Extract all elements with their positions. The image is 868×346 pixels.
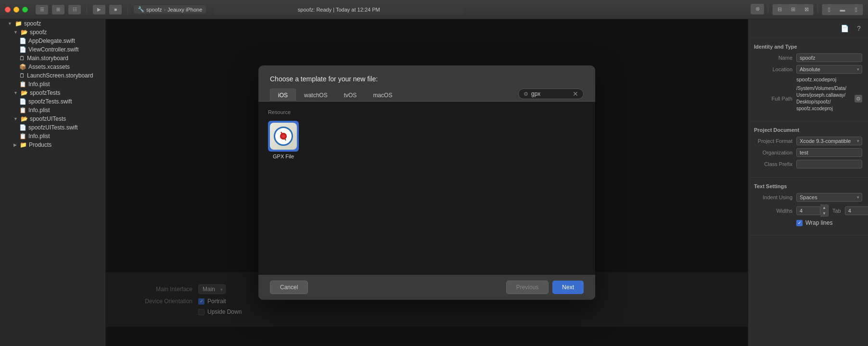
- class-prefix-label: Class Prefix: [754, 161, 792, 167]
- indent-width-input[interactable]: [845, 206, 868, 215]
- stop-btn[interactable]: ■: [109, 5, 122, 14]
- titlebar: ☰ ⊞ ☷ ▶ ■ 🔧 spoofz › Jeauxy iPhone spoof…: [0, 0, 868, 19]
- modal-footer: Cancel Previous Next: [258, 275, 595, 300]
- breakpoint-btn[interactable]: ⊗: [751, 4, 764, 14]
- sidebar-item-tests-info-plist[interactable]: 📋 Info.plist: [0, 106, 105, 115]
- identity-type-title: Identity and Type: [754, 44, 862, 50]
- tab-tvos[interactable]: tvOS: [336, 89, 365, 102]
- sidebar-item-info-plist[interactable]: 📋 Info.plist: [0, 80, 105, 89]
- fullpath-value: /System/Volumes/Data/ Users/joseph.calla…: [796, 85, 851, 112]
- close-button[interactable]: [5, 7, 11, 13]
- version-editor-btn[interactable]: ⊠: [800, 4, 813, 15]
- tab-watchos[interactable]: watchOS: [296, 89, 336, 102]
- swift-file-icon: 📄: [19, 98, 26, 105]
- location-select[interactable]: Absolute: [796, 65, 862, 74]
- cancel-button[interactable]: Cancel: [270, 281, 308, 294]
- folder-icon: 📂: [21, 115, 28, 122]
- sidebar-item-spoofz-root[interactable]: ▼ 📁 spoofz: [0, 19, 105, 28]
- bottom-panel-btn[interactable]: ▬: [836, 4, 849, 15]
- sidebar-item-appdelegate[interactable]: 📄 AppDelegate.swift: [0, 37, 105, 45]
- organization-input[interactable]: [796, 148, 862, 157]
- name-input[interactable]: [796, 53, 862, 62]
- sidebar-item-spoofztests-swift[interactable]: 📄 spoofzTests.swift: [0, 97, 105, 106]
- breadcrumb[interactable]: 🔧 spoofz › Jeauxy iPhone: [134, 5, 206, 13]
- main-layout: ▼ 📁 spoofz ▼ 📂 spoofz 📄 AppDelegate.swif…: [0, 19, 868, 346]
- sidebar-item-launchscreen[interactable]: 🗒 LaunchScreen.storyboard: [0, 71, 105, 80]
- sidebar-item-spoofzuitests-swift[interactable]: 📄 spoofzUITests.swift: [0, 123, 105, 132]
- plist-icon: 📋: [19, 107, 26, 114]
- class-prefix-input[interactable]: [796, 160, 862, 168]
- minimize-button[interactable]: [13, 7, 19, 13]
- folder-arrow-icon: ▼: [13, 116, 18, 121]
- class-prefix-row: Class Prefix: [754, 160, 862, 168]
- breadcrumb-project: spoofz: [146, 7, 162, 13]
- sidebar-item-spoofzuitests[interactable]: ▼ 📂 spoofzUITests: [0, 115, 105, 123]
- sidebar-item-products[interactable]: ▶ 📁 Products: [0, 141, 105, 149]
- previous-button[interactable]: Previous: [506, 281, 549, 294]
- tab-macos[interactable]: macOS: [365, 89, 400, 102]
- modal-header: Choose a template for your new file:: [258, 65, 595, 89]
- sidebar-item-uitests-info-plist[interactable]: 📋 Info.plist: [0, 132, 105, 141]
- help-icon[interactable]: ?: [854, 23, 864, 34]
- breadcrumb-device: Jeauxy iPhone: [167, 7, 202, 13]
- indent-select[interactable]: Spaces: [796, 193, 862, 202]
- sidebar-item-viewcontroller[interactable]: 📄 ViewController.swift: [0, 45, 105, 54]
- folder-icon: 📂: [21, 29, 28, 36]
- fullpath-row: Full Path /System/Volumes/Data/ Users/jo…: [754, 85, 862, 112]
- panel-group: ▯ ▬ ▯: [822, 4, 863, 15]
- tab-width-stepper[interactable]: ▲ ▼: [820, 205, 829, 217]
- search-clear-icon[interactable]: ✕: [573, 90, 578, 97]
- tab-width-up[interactable]: ▲: [820, 205, 828, 211]
- hierarchy-btn[interactable]: ⊞: [52, 5, 64, 14]
- sidebar-label: Info.plist: [28, 107, 50, 114]
- indent-width-wrap: ▲ ▼: [845, 205, 868, 217]
- folder-arrow-icon: ▼: [13, 90, 18, 95]
- folder-icon: 📁: [20, 141, 27, 148]
- modal-title: Choose a template for your new file:: [270, 75, 378, 83]
- sidebar-label: Products: [29, 141, 51, 148]
- folder-arrow-icon: ▼: [13, 30, 18, 35]
- tab-width-input[interactable]: [796, 206, 820, 215]
- file-inspector-icon[interactable]: 📄: [839, 23, 850, 34]
- tab-width-down[interactable]: ▼: [820, 211, 828, 217]
- sidebar-toggle-btn[interactable]: ☰: [36, 5, 48, 14]
- sidebar-item-assets[interactable]: 📦 Assets.xcassets: [0, 63, 105, 71]
- folder-arrow-icon: ▶: [13, 142, 17, 147]
- maximize-button[interactable]: [22, 7, 28, 13]
- sidebar-label: spoofzUITests: [30, 115, 66, 122]
- wrap-lines-checkbox[interactable]: ✓ Wrap lines: [796, 219, 832, 226]
- assistant-editor-btn[interactable]: ⊞: [786, 4, 800, 15]
- sidebar-item-main-storyboard[interactable]: 🗒 Main.storyboard: [0, 54, 105, 63]
- right-panel-btn[interactable]: ▯: [849, 4, 863, 15]
- resource-label: Resource: [264, 107, 589, 119]
- play-btn[interactable]: ▶: [93, 5, 105, 14]
- sidebar-item-spoofz[interactable]: ▼ 📂 spoofz: [0, 28, 105, 37]
- tab-width-wrap: ▲ ▼: [796, 205, 829, 217]
- scheme-icon: 🔧: [138, 6, 144, 13]
- sidebar-label: Info.plist: [28, 81, 50, 88]
- right-panel: 📄 ? Identity and Type Name Location Abso…: [748, 19, 868, 346]
- wrap-checkbox-icon: ✓: [796, 220, 803, 226]
- widths-row: Widths ▲ ▼ Tab ▲ ▼: [754, 205, 862, 217]
- editor-group: ⊟ ⊞ ⊠: [772, 4, 814, 15]
- location-row: Location Absolute: [754, 65, 862, 74]
- path-gear-icon[interactable]: ⚙: [855, 95, 862, 103]
- project-icon: 📁: [15, 20, 22, 27]
- next-button[interactable]: Next: [552, 281, 584, 294]
- left-panel-btn[interactable]: ▯: [822, 4, 836, 15]
- project-format-select[interactable]: Xcode 9.3-compatible: [796, 137, 862, 145]
- sidebar-label: Assets.xcassets: [28, 64, 70, 70]
- modal-overlay: Choose a template for your new file: iOS…: [106, 19, 748, 346]
- fullpath-label: Full Path: [754, 96, 792, 102]
- tab-ios[interactable]: iOS: [270, 89, 296, 102]
- sep4: [817, 4, 818, 13]
- inspector-btn[interactable]: ☷: [68, 5, 81, 14]
- modal-tabs: iOS watchOS tvOS macOS ⚙ ✕: [258, 89, 595, 102]
- standard-editor-btn[interactable]: ⊟: [773, 4, 786, 15]
- footer-center: Previous Next: [506, 281, 584, 294]
- gpx-file-item[interactable]: GPX File: [268, 121, 299, 159]
- indent-using-label: Indent Using: [754, 194, 792, 200]
- project-format-label: Project Format: [754, 138, 792, 144]
- sidebar-item-spoofztests[interactable]: ▼ 📂 spoofzTests: [0, 89, 105, 97]
- search-input[interactable]: [531, 90, 570, 97]
